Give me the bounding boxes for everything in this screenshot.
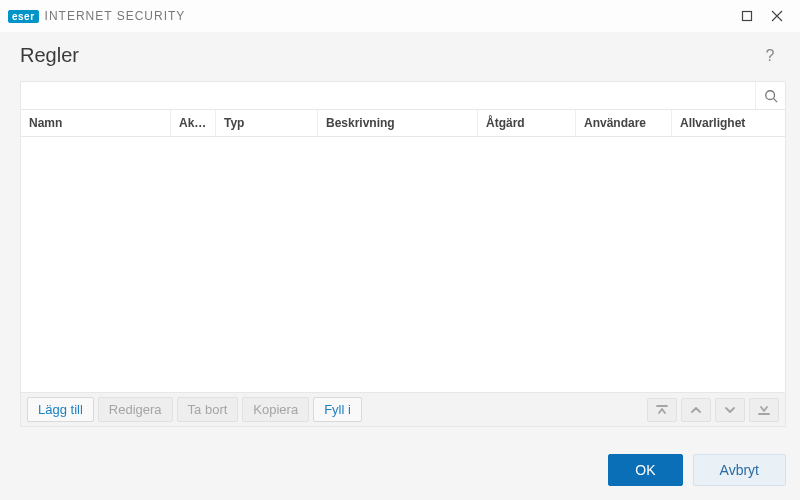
- rules-panel: Namn Aktiv... Typ Beskrivning Åtgärd Anv…: [20, 81, 786, 427]
- ok-button[interactable]: OK: [608, 454, 682, 486]
- column-header-type[interactable]: Typ: [216, 110, 318, 136]
- column-header-name[interactable]: Namn: [21, 110, 171, 136]
- search-row: [21, 82, 785, 110]
- move-down-icon[interactable]: [715, 398, 745, 422]
- brand-logo: eser: [8, 10, 39, 23]
- help-icon[interactable]: ?: [760, 47, 780, 65]
- edit-button[interactable]: Redigera: [98, 397, 173, 422]
- svg-point-1: [765, 90, 774, 99]
- move-bottom-icon[interactable]: [749, 398, 779, 422]
- close-icon[interactable]: [762, 1, 792, 31]
- rules-toolbar: Lägg till Redigera Ta bort Kopiera Fyll …: [21, 392, 785, 426]
- column-header-description[interactable]: Beskrivning: [318, 110, 478, 136]
- titlebar: eser INTERNET SECURITY: [0, 0, 800, 32]
- table-body-empty: [21, 137, 785, 392]
- table-header: Namn Aktiv... Typ Beskrivning Åtgärd Anv…: [21, 110, 785, 137]
- column-header-action[interactable]: Åtgärd: [478, 110, 576, 136]
- add-button[interactable]: Lägg till: [27, 397, 94, 422]
- column-header-severity[interactable]: Allvarlighet: [672, 110, 785, 136]
- fill-button[interactable]: Fyll i: [313, 397, 362, 422]
- header: Regler ?: [0, 32, 800, 81]
- search-input[interactable]: [21, 82, 755, 109]
- svg-rect-0: [743, 12, 752, 21]
- product-name: INTERNET SECURITY: [45, 9, 186, 23]
- maximize-icon[interactable]: [732, 1, 762, 31]
- dialog-buttons: OK Avbryt: [608, 454, 786, 486]
- cancel-button[interactable]: Avbryt: [693, 454, 786, 486]
- column-header-user[interactable]: Användare: [576, 110, 672, 136]
- copy-button[interactable]: Kopiera: [242, 397, 309, 422]
- move-top-icon[interactable]: [647, 398, 677, 422]
- search-icon[interactable]: [755, 82, 785, 109]
- move-up-icon[interactable]: [681, 398, 711, 422]
- page-title: Regler: [20, 44, 79, 67]
- column-header-active[interactable]: Aktiv...: [171, 110, 216, 136]
- delete-button[interactable]: Ta bort: [177, 397, 239, 422]
